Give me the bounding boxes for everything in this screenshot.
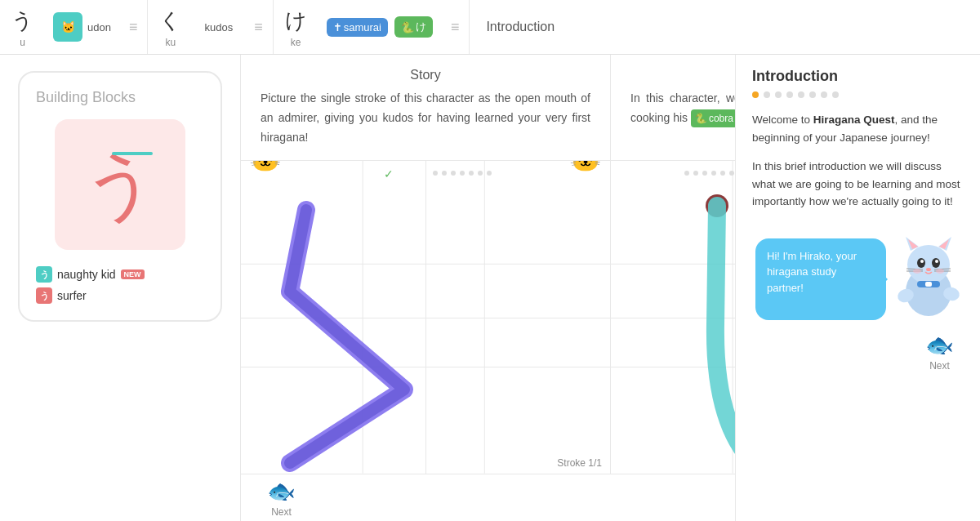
word-udon: udon bbox=[87, 21, 111, 33]
stroke-counter-ku: Stroke 1/1 bbox=[557, 457, 602, 469]
svg-point-28 bbox=[913, 269, 921, 274]
ku-grid bbox=[241, 161, 610, 474]
intro-dot-5[interactable] bbox=[809, 91, 816, 98]
dot7 bbox=[487, 171, 492, 176]
kana-ke: け bbox=[285, 7, 307, 35]
fish-icon-left: 🐟 bbox=[267, 478, 296, 505]
svg-rect-25 bbox=[925, 282, 932, 287]
surfer-word: surfer bbox=[57, 289, 87, 302]
drawing-ku[interactable]: 🐱 ✓ 🐱 Stroke 1/1 bbox=[241, 161, 611, 474]
intro-title: Introduction bbox=[752, 68, 964, 85]
intro-dot-0[interactable] bbox=[752, 91, 759, 98]
nav-char-kebab[interactable]: ✝ samurai 🐍 け bbox=[318, 10, 441, 44]
stroke-guide-line bbox=[112, 152, 153, 155]
speech-bubble: Hi! I'm Hirako, your hiragana study part… bbox=[755, 238, 886, 320]
surfer-tag-icon: う bbox=[36, 287, 52, 304]
cobra-inline-icon: 🐍 bbox=[695, 110, 707, 127]
naughty-kid-icon: 🐱 bbox=[53, 12, 82, 42]
ke-dot4 bbox=[711, 171, 716, 176]
intro-dot-4[interactable] bbox=[798, 91, 804, 98]
word-tag-surfer[interactable]: う surfer bbox=[36, 287, 204, 304]
dot2 bbox=[442, 171, 447, 176]
intro-next-button[interactable]: 🐟 Next bbox=[915, 328, 964, 375]
nav-char-u[interactable]: う u bbox=[0, 0, 45, 55]
word-kudos: kudos bbox=[204, 21, 233, 33]
cross-icon: ✝ bbox=[333, 21, 342, 33]
nav-char-ke[interactable]: け ke bbox=[274, 0, 318, 55]
cobra-t-label: け bbox=[416, 20, 426, 34]
nav-group-ke: け ke ✝ samurai 🐍 け ≡ bbox=[274, 0, 470, 54]
left-panel: Building Blocks う う naughty kid NEW う su… bbox=[0, 55, 241, 521]
naughty-tag-icon: う bbox=[36, 266, 52, 283]
story-section-1: Story Picture the single stroke of this … bbox=[241, 55, 611, 160]
separator-2: ≡ bbox=[244, 19, 273, 36]
ke-dot5 bbox=[720, 171, 725, 176]
dot1 bbox=[433, 171, 438, 176]
romaji-u: u bbox=[20, 37, 25, 48]
ke-dot6 bbox=[729, 171, 734, 176]
intro-dots bbox=[752, 91, 964, 98]
svg-point-10 bbox=[907, 245, 950, 284]
kana-large-u: う bbox=[82, 148, 158, 221]
cobra-icon: 🐍 bbox=[401, 21, 414, 33]
next-label: Next bbox=[271, 506, 292, 518]
nav-char-udon[interactable]: 🐱 udon bbox=[45, 6, 119, 48]
new-badge: NEW bbox=[121, 269, 145, 279]
kana-u: う bbox=[11, 7, 33, 35]
story-text-1: Picture the single stroke of this charac… bbox=[241, 89, 610, 160]
intro-dot-6[interactable] bbox=[821, 91, 827, 98]
nav-group-ku: く ku kudos ≡ bbox=[148, 0, 273, 54]
romaji-ke: ke bbox=[291, 37, 301, 48]
intro-dot-7[interactable] bbox=[832, 91, 839, 98]
cat-ku-right: 🐱 bbox=[569, 161, 602, 174]
nav-char-ku[interactable]: く ku bbox=[148, 0, 193, 55]
intro-dot-3[interactable] bbox=[786, 91, 793, 98]
intro-dot-2[interactable] bbox=[775, 91, 782, 98]
separator-3: ≡ bbox=[441, 19, 470, 36]
word-tags: う naughty kid NEW う surfer bbox=[36, 266, 204, 304]
story-header-1: Story bbox=[241, 55, 610, 89]
dot3 bbox=[451, 171, 456, 176]
kana-display: う bbox=[55, 119, 185, 250]
separator-1: ≡ bbox=[119, 19, 148, 36]
svg-point-16 bbox=[932, 258, 940, 268]
svg-point-15 bbox=[917, 258, 925, 268]
building-blocks-card: Building Blocks う う naughty kid NEW う su… bbox=[18, 71, 222, 322]
main-content: Building Blocks う う naughty kid NEW う su… bbox=[0, 55, 980, 521]
svg-point-17 bbox=[920, 260, 924, 263]
cat-mascot-svg bbox=[894, 222, 964, 320]
word-tag-naughty[interactable]: う naughty kid NEW bbox=[36, 266, 204, 283]
dot6 bbox=[478, 171, 483, 176]
mascot-container: Hi! I'm Hirako, your hiragana study part… bbox=[752, 222, 964, 320]
cat-ku-left: 🐱 bbox=[249, 161, 282, 174]
romaji-ku: ku bbox=[166, 37, 176, 48]
intro-next-label: Next bbox=[929, 360, 950, 372]
nav-group-u: う u 🐱 udon ≡ bbox=[0, 0, 148, 54]
fish-icon-right: 🐟 bbox=[925, 332, 954, 358]
intro-next-container: 🐟 Next bbox=[752, 328, 964, 375]
top-navigation: う u 🐱 udon ≡ く ku kudos ≡ け ke ✝ samurai bbox=[0, 0, 980, 55]
kana-ku: く bbox=[159, 7, 181, 35]
dot5 bbox=[469, 171, 474, 176]
nav-char-kudos[interactable]: kudos bbox=[193, 15, 244, 40]
intro-welcome: Welcome to bbox=[752, 114, 813, 126]
checkmark: ✓ bbox=[384, 167, 394, 180]
speech-text: Hi! I'm Hirako, your hiragana study part… bbox=[767, 250, 857, 294]
intro-dot-1[interactable] bbox=[764, 91, 770, 98]
dot4 bbox=[460, 171, 465, 176]
svg-point-29 bbox=[936, 269, 944, 274]
ke-dot1 bbox=[684, 171, 689, 176]
intro-text-1: Welcome to Hiragana Quest, and the begin… bbox=[752, 111, 964, 146]
cobra-badge: 🐍 け bbox=[394, 16, 433, 38]
intro-panel: Introduction Welcome to Hiragana Quest, … bbox=[735, 55, 980, 521]
next-button[interactable]: 🐟 Next bbox=[257, 474, 305, 521]
samurai-badge: ✝ samurai bbox=[327, 18, 388, 37]
cobra-inline-badge: 🐍 cobra bbox=[691, 109, 737, 127]
svg-point-18 bbox=[935, 260, 938, 263]
samurai-label: samurai bbox=[344, 21, 381, 33]
stroke-dots-ku bbox=[433, 171, 492, 176]
naughty-word: naughty kid bbox=[57, 268, 116, 281]
intro-brand: Hiragana Quest bbox=[813, 114, 895, 126]
ke-dot2 bbox=[693, 171, 698, 176]
nav-intro-label: Introduction bbox=[486, 20, 555, 34]
